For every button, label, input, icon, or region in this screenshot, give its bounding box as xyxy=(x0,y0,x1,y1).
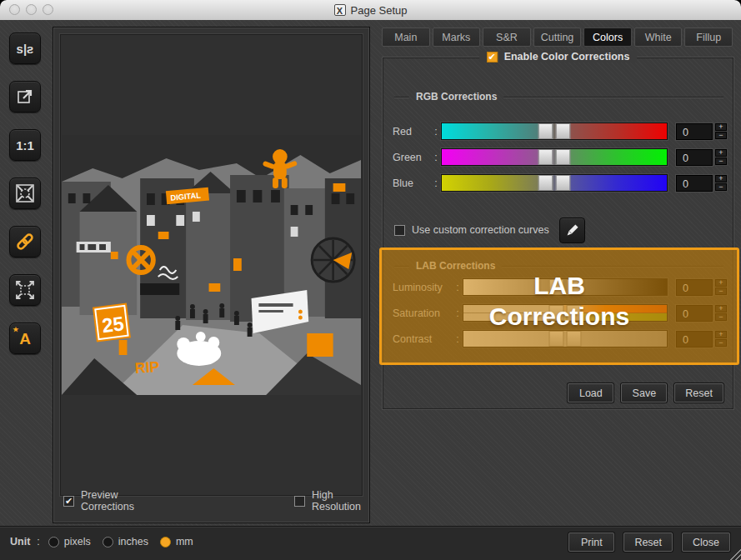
custom-curves-row: Use custom correction curves xyxy=(394,218,585,242)
artwork-rip-text: RIP xyxy=(134,358,160,377)
star-a-icon: ★A xyxy=(19,331,31,347)
preview-corrections-checkbox[interactable]: ✔ xyxy=(63,496,74,507)
enable-color-corrections-label: Enable Color Corrections xyxy=(504,51,630,62)
tab-bar: Main Marks S&R Cutting Colors White Fill… xyxy=(382,28,733,47)
unit-label: Unit xyxy=(10,536,30,548)
red-spinner: + − xyxy=(715,123,727,139)
preview-artwork: DIGITAL 25 xyxy=(62,135,361,395)
red-value-input[interactable]: 0 xyxy=(676,123,713,140)
preview-options: ✔ Preview Corrections High Resolution xyxy=(63,489,361,512)
dialog-actions: Print Reset Close xyxy=(568,532,730,552)
blue-slider[interactable] xyxy=(441,174,668,192)
edit-curves-button[interactable] xyxy=(559,218,585,243)
preview-canvas[interactable]: DIGITAL 25 xyxy=(60,34,363,496)
highlight-text-line2: Corrections xyxy=(489,301,629,332)
green-spinner: + − xyxy=(715,149,727,165)
highlight-text-line1: LAB xyxy=(533,270,585,301)
reset-corrections-button[interactable]: Reset xyxy=(674,383,723,402)
pixels-radio[interactable] xyxy=(48,537,59,548)
export-icon xyxy=(16,88,34,106)
title-wrap: X Page Setup xyxy=(334,4,408,17)
page-setup-window: X Page Setup s|s 1:1 xyxy=(0,0,741,560)
green-slider-row: Green : 0 + − xyxy=(393,148,727,166)
minimize-window-icon[interactable] xyxy=(26,4,37,15)
unit-option-inches[interactable]: inches xyxy=(103,536,148,548)
custom-curves-label: Use custom correction curves xyxy=(412,224,549,236)
lab-corrections-highlight: LAB Corrections xyxy=(379,248,739,365)
blue-spinner: + − xyxy=(715,175,727,191)
inches-label: inches xyxy=(118,536,148,548)
red-spin-down-button[interactable]: − xyxy=(715,132,727,139)
blue-value-input[interactable]: 0 xyxy=(676,175,713,192)
one-to-one-icon: 1:1 xyxy=(16,138,34,152)
blue-spin-up-button[interactable]: + xyxy=(715,175,727,182)
tab-sr[interactable]: S&R xyxy=(483,28,531,47)
dialog-body: s|s 1:1 xyxy=(0,20,741,527)
preview-corrections-label: Preview Corrections xyxy=(81,489,143,512)
red-spin-up-button[interactable]: + xyxy=(715,123,727,131)
inches-radio[interactable] xyxy=(103,537,113,548)
green-slider[interactable] xyxy=(441,148,668,166)
resize-grip[interactable] xyxy=(728,548,741,560)
checkmark-icon: ✔ xyxy=(488,52,496,62)
close-window-icon[interactable] xyxy=(9,4,20,15)
red-slider-handles[interactable] xyxy=(538,123,571,139)
footer-bar: Unit : pixels inches mm Print Reset Clos… xyxy=(0,526,741,560)
green-slider-handles[interactable] xyxy=(538,149,571,165)
expand-button[interactable] xyxy=(9,274,41,306)
text-style-button[interactable]: ★A xyxy=(9,322,41,354)
save-button[interactable]: Save xyxy=(621,383,667,402)
tab-cutting[interactable]: Cutting xyxy=(533,28,582,47)
colors-panel: Main Marks S&R Cutting Colors White Fill… xyxy=(379,20,738,527)
zoom-window-icon[interactable] xyxy=(43,4,53,15)
x11-app-icon: X xyxy=(334,4,346,16)
blue-slider-row: Blue : 0 + − xyxy=(393,174,727,192)
tab-white[interactable]: White xyxy=(634,28,683,47)
tab-colors[interactable]: Colors xyxy=(583,28,632,47)
high-resolution-label: High Resolution xyxy=(312,489,361,512)
reset-button[interactable]: Reset xyxy=(623,532,673,552)
link-icon xyxy=(15,232,35,252)
pixels-label: pixels xyxy=(64,536,91,548)
link-button[interactable] xyxy=(9,226,41,258)
tab-fillup[interactable]: Fillup xyxy=(684,28,733,47)
mirror-button[interactable]: s|s xyxy=(9,32,41,64)
expand-icon xyxy=(15,280,35,300)
unit-option-pixels[interactable]: pixels xyxy=(48,536,91,548)
correction-actions: Load Save Reset xyxy=(568,383,723,402)
window-title: Page Setup xyxy=(351,4,408,17)
green-spin-up-button[interactable]: + xyxy=(715,149,727,157)
red-slider[interactable] xyxy=(441,122,668,140)
titlebar[interactable]: X Page Setup xyxy=(0,0,741,21)
green-label: Green xyxy=(393,152,431,163)
load-button[interactable]: Load xyxy=(568,383,613,402)
high-resolution-checkbox[interactable] xyxy=(294,496,305,507)
actual-size-button[interactable]: 1:1 xyxy=(9,129,41,161)
red-label: Red xyxy=(393,126,431,138)
registration-button[interactable] xyxy=(9,178,41,209)
window-controls[interactable] xyxy=(9,4,53,15)
green-spin-down-button[interactable]: − xyxy=(715,158,727,165)
artwork-25-text: 25 xyxy=(101,312,125,337)
red-slider-row: Red : 0 + − xyxy=(393,122,727,140)
preview-panel: DIGITAL 25 xyxy=(53,27,370,523)
enable-color-corrections-checkbox[interactable]: ✔ xyxy=(487,52,498,62)
close-button[interactable]: Close xyxy=(682,532,730,552)
export-preview-button[interactable] xyxy=(9,81,41,112)
pencil-icon xyxy=(565,223,579,238)
tab-marks[interactable]: Marks xyxy=(433,28,481,47)
print-button[interactable]: Print xyxy=(568,532,614,552)
unit-selector: Unit : pixels inches mm xyxy=(10,536,205,548)
mm-radio[interactable] xyxy=(160,537,171,548)
registration-icon xyxy=(15,183,35,203)
blue-spin-down-button[interactable]: − xyxy=(715,183,727,191)
unit-option-mm[interactable]: mm xyxy=(160,536,193,548)
blue-label: Blue xyxy=(393,178,431,189)
blue-slider-handles[interactable] xyxy=(538,175,571,191)
mm-label: mm xyxy=(176,536,193,548)
group-legend: ✔ Enable Color Corrections xyxy=(479,51,638,62)
tab-main[interactable]: Main xyxy=(382,28,430,47)
custom-curves-checkbox[interactable] xyxy=(394,225,405,236)
checkmark-icon: ✔ xyxy=(65,496,73,507)
green-value-input[interactable]: 0 xyxy=(676,149,713,166)
